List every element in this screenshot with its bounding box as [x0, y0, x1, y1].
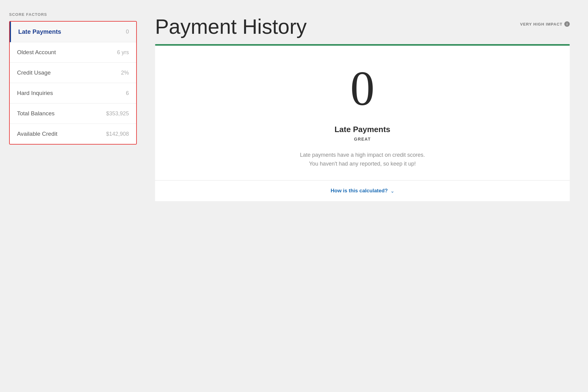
description-line1: Late payments have a high impact on cred…	[300, 152, 425, 158]
left-panel: SCORE FACTORS Late Payments 0 Oldest Acc…	[9, 12, 137, 380]
score-factors-label: SCORE FACTORS	[9, 12, 137, 17]
factor-value-late-payments: 0	[126, 29, 129, 35]
page-title: Payment History	[155, 15, 307, 38]
metric-name: Late Payments	[167, 125, 558, 134]
description-line2: You haven't had any reported, so keep it…	[309, 161, 416, 167]
score-factor-oldest-account[interactable]: Oldest Account 6 yrs	[10, 42, 136, 63]
metric-status: GREAT	[167, 137, 558, 142]
factor-name-credit-usage: Credit Usage	[17, 69, 51, 76]
impact-label: VERY HIGH IMPACT	[520, 22, 562, 26]
metric-description: Late payments have a high impact on cred…	[277, 151, 448, 168]
factor-value-hard-inquiries: 6	[126, 90, 129, 96]
calculated-link-text: How is this calculated?	[331, 188, 388, 194]
factor-value-available-credit: $142,908	[106, 131, 129, 137]
right-panel: Payment History VERY HIGH IMPACT i 0 Lat…	[149, 12, 579, 380]
factor-name-hard-inquiries: Hard Inquiries	[17, 90, 53, 96]
factor-name-total-balances: Total Balances	[17, 110, 55, 117]
factor-value-oldest-account: 6 yrs	[117, 49, 129, 56]
factor-value-credit-usage: 2%	[121, 70, 129, 76]
factor-value-total-balances: $353,925	[106, 110, 129, 117]
score-factor-late-payments[interactable]: Late Payments 0	[10, 22, 136, 42]
factor-name-oldest-account: Oldest Account	[17, 49, 56, 56]
score-factors-list: Late Payments 0 Oldest Account 6 yrs Cre…	[9, 21, 137, 145]
main-card: 0 Late Payments GREAT Late payments have…	[155, 46, 570, 201]
big-number-display: 0	[167, 64, 558, 113]
info-icon[interactable]: i	[564, 21, 570, 27]
factor-name-late-payments: Late Payments	[18, 28, 61, 35]
score-factor-credit-usage[interactable]: Credit Usage 2%	[10, 63, 136, 83]
page-header: Payment History VERY HIGH IMPACT i	[155, 15, 570, 38]
factor-name-available-credit: Available Credit	[17, 131, 57, 137]
how-calculated-link[interactable]: How is this calculated? ⌄	[167, 180, 558, 201]
score-factor-hard-inquiries[interactable]: Hard Inquiries 6	[10, 83, 136, 103]
score-factor-total-balances[interactable]: Total Balances $353,925	[10, 103, 136, 124]
impact-badge: VERY HIGH IMPACT i	[520, 21, 570, 27]
score-factor-available-credit[interactable]: Available Credit $142,908	[10, 124, 136, 144]
chevron-down-icon: ⌄	[390, 188, 394, 194]
